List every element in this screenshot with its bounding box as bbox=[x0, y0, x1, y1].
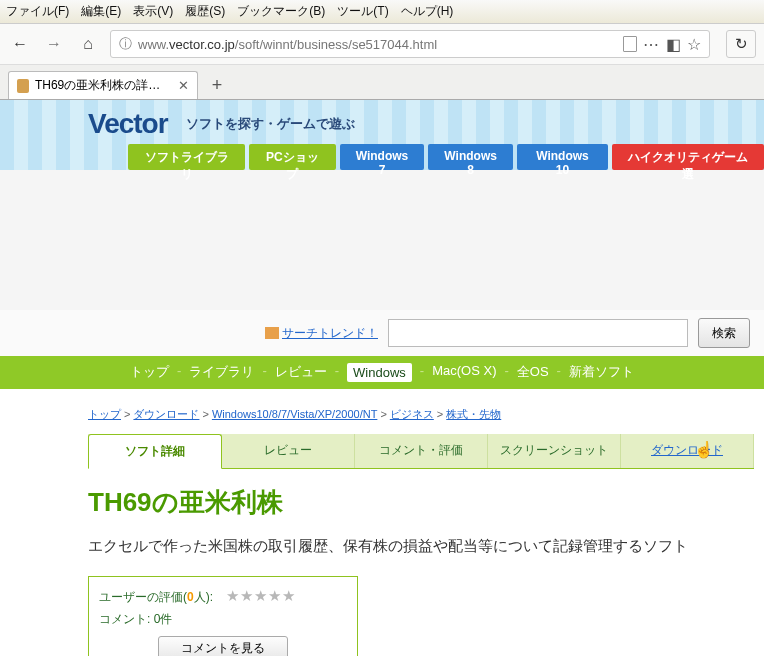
category-nav: トップ - ライブラリ - レビュー - Windows - Mac(OS X)… bbox=[0, 356, 764, 389]
breadcrumb-link[interactable]: ダウンロード bbox=[133, 408, 199, 420]
home-button[interactable]: ⌂ bbox=[76, 32, 100, 56]
search-input[interactable] bbox=[388, 319, 688, 347]
address-bar[interactable]: ⓘ www.vector.co.jp/soft/winnt/business/s… bbox=[110, 30, 710, 58]
tab-title: TH69の亜米利株の詳細情報 : bbox=[35, 77, 168, 94]
nav-tab[interactable]: Windows 7 bbox=[340, 144, 425, 170]
detail-tab[interactable]: レビュー bbox=[222, 434, 355, 468]
category-nav-item[interactable]: ライブラリ bbox=[189, 363, 254, 382]
separator: - bbox=[420, 363, 424, 382]
back-button[interactable]: ← bbox=[8, 32, 32, 56]
separator: - bbox=[504, 363, 508, 382]
site-tagline: ソフトを探す・ゲームで遊ぶ bbox=[186, 115, 355, 133]
detail-tab[interactable]: ソフト詳細 bbox=[88, 434, 222, 469]
breadcrumb-link[interactable]: 株式・先物 bbox=[446, 408, 501, 420]
nav-tab[interactable]: ソフトライブラリ bbox=[128, 144, 245, 170]
product-title: TH69の亜米利株 bbox=[88, 469, 754, 534]
breadcrumb-separator: > bbox=[121, 408, 133, 420]
breadcrumb-link[interactable]: ビジネス bbox=[390, 408, 434, 420]
site-header: Vector ソフトを探す・ゲームで遊ぶ bbox=[0, 100, 764, 144]
info-icon: ⓘ bbox=[119, 35, 132, 53]
tab-bar: TH69の亜米利株の詳細情報 : ✕ + bbox=[0, 65, 764, 100]
menu-help[interactable]: ヘルプ(H) bbox=[401, 3, 454, 20]
rating-line: ユーザーの評価(0人): ★★★★★ bbox=[99, 587, 347, 606]
nav-tab[interactable]: PCショップ bbox=[249, 144, 336, 170]
new-tab-button[interactable]: + bbox=[204, 72, 230, 98]
rating-box: ユーザーの評価(0人): ★★★★★ コメント: 0件 コメントを見る bbox=[88, 576, 358, 656]
bookmark-star-icon[interactable]: ☆ bbox=[687, 35, 701, 54]
nav-tab[interactable]: Windows 10 bbox=[517, 144, 608, 170]
breadcrumb-separator: > bbox=[377, 408, 389, 420]
separator: - bbox=[557, 363, 561, 382]
detail-tab[interactable]: コメント・評価 bbox=[355, 434, 488, 468]
menu-tools[interactable]: ツール(T) bbox=[337, 3, 388, 20]
close-tab-icon[interactable]: ✕ bbox=[178, 78, 189, 93]
pocket-icon[interactable]: ◧ bbox=[666, 35, 681, 54]
category-nav-item[interactable]: トップ bbox=[130, 363, 169, 382]
menu-file[interactable]: ファイル(F) bbox=[6, 3, 69, 20]
product-description: エクセルで作った米国株の取引履歴、保有株の損益や配当等について記録管理するソフト bbox=[88, 534, 754, 558]
separator: - bbox=[177, 363, 181, 382]
category-nav-item[interactable]: Mac(OS X) bbox=[432, 363, 496, 382]
category-nav-item[interactable]: Windows bbox=[347, 363, 412, 382]
separator: - bbox=[335, 363, 339, 382]
menu-edit[interactable]: 編集(E) bbox=[81, 3, 121, 20]
search-button[interactable]: 検索 bbox=[698, 318, 750, 348]
detail-tab[interactable]: スクリーンショット bbox=[488, 434, 621, 468]
breadcrumb: トップ>ダウンロード>Windows10/8/7/Vista/XP/2000/N… bbox=[88, 403, 754, 434]
nav-tab[interactable]: ハイクオリティゲーム選 bbox=[612, 144, 764, 170]
category-nav-item[interactable]: 全OS bbox=[517, 363, 549, 382]
browser-toolbar: ← → ⌂ ⓘ www.vector.co.jp/soft/winnt/busi… bbox=[0, 24, 764, 65]
main-content: トップ>ダウンロード>Windows10/8/7/Vista/XP/2000/N… bbox=[0, 389, 764, 656]
comment-count-line: コメント: 0件 bbox=[99, 606, 347, 636]
detail-tabs: ソフト詳細レビューコメント・評価スクリーンショットダウンロード bbox=[88, 434, 754, 469]
menu-bookmarks[interactable]: ブックマーク(B) bbox=[237, 3, 325, 20]
site-logo[interactable]: Vector bbox=[88, 108, 168, 140]
browser-menubar: ファイル(F) 編集(E) 表示(V) 履歴(S) ブックマーク(B) ツール(… bbox=[0, 0, 764, 24]
reload-button[interactable]: ↻ bbox=[726, 30, 756, 58]
star-icons: ★★★★★ bbox=[226, 587, 296, 605]
favicon bbox=[17, 79, 29, 93]
browser-tab[interactable]: TH69の亜米利株の詳細情報 : ✕ bbox=[8, 71, 198, 99]
search-row: サーチトレンド！ 検索 bbox=[0, 310, 764, 356]
nav-tab[interactable]: Windows 8 bbox=[428, 144, 513, 170]
breadcrumb-link[interactable]: トップ bbox=[88, 408, 121, 420]
menu-history[interactable]: 履歴(S) bbox=[185, 3, 225, 20]
view-comments-button[interactable]: コメントを見る bbox=[158, 636, 288, 656]
detail-tab[interactable]: ダウンロード bbox=[621, 434, 754, 468]
breadcrumb-separator: > bbox=[199, 408, 211, 420]
trend-icon bbox=[265, 327, 279, 339]
ad-area bbox=[0, 170, 764, 310]
page-content: Vector ソフトを探す・ゲームで遊ぶ ソフトライブラリPCショップWindo… bbox=[0, 100, 764, 656]
reader-mode-icon[interactable] bbox=[623, 36, 637, 52]
page-actions-icon[interactable]: ⋯ bbox=[643, 35, 660, 54]
url-text: www.vector.co.jp/soft/winnt/business/se5… bbox=[138, 37, 617, 52]
category-nav-item[interactable]: 新着ソフト bbox=[569, 363, 634, 382]
site-nav-tabs: ソフトライブラリPCショップWindows 7Windows 8Windows … bbox=[0, 144, 764, 170]
forward-button[interactable]: → bbox=[42, 32, 66, 56]
breadcrumb-separator: > bbox=[434, 408, 446, 420]
breadcrumb-link[interactable]: Windows10/8/7/Vista/XP/2000/NT bbox=[212, 408, 378, 420]
separator: - bbox=[262, 363, 266, 382]
category-nav-item[interactable]: レビュー bbox=[275, 363, 327, 382]
menu-view[interactable]: 表示(V) bbox=[133, 3, 173, 20]
search-trend-link[interactable]: サーチトレンド！ bbox=[265, 325, 378, 342]
